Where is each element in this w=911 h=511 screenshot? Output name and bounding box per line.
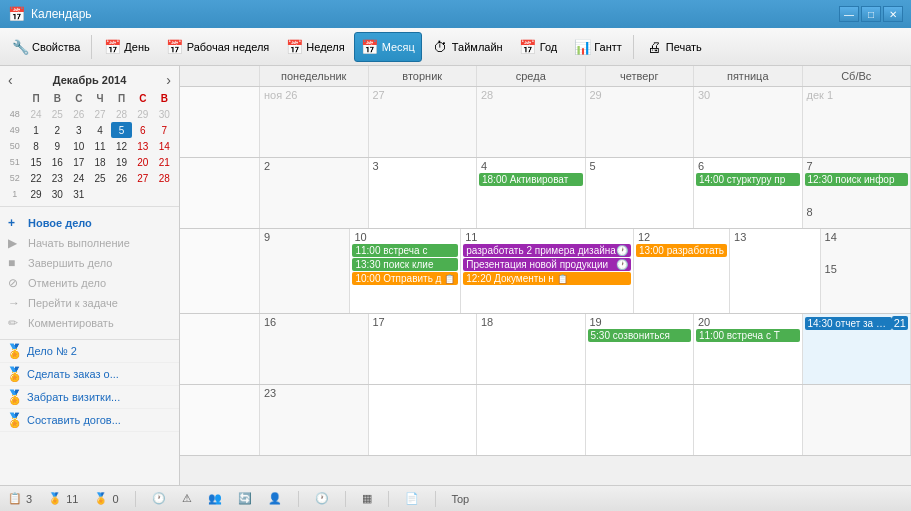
day-dec17[interactable]: 17 [369, 314, 478, 384]
mini-cal-day[interactable]: 3 [68, 122, 89, 138]
mini-cal-day[interactable]: 5 [111, 122, 132, 138]
event-dec21-1[interactable]: 14:30 отчет за нед [805, 317, 892, 330]
mini-cal-day[interactable]: 25 [89, 170, 110, 186]
timeline-button[interactable]: ⏱ Таймлайн [424, 32, 510, 62]
mini-cal-day[interactable] [111, 186, 132, 202]
day-dec28[interactable] [803, 385, 912, 455]
event-dec7-1[interactable]: 12:30 поиск инфор [805, 173, 909, 186]
day-dec21[interactable]: 21 14:30 отчет за нед [803, 314, 912, 384]
mini-cal-day[interactable]: 14 [154, 138, 175, 154]
day-dec12[interactable]: 12 13:00 разработать [634, 229, 730, 313]
day-dec23[interactable]: 23 [260, 385, 369, 455]
new-task-action[interactable]: + Новое дело [4, 213, 175, 233]
status-grid[interactable]: ▦ [362, 492, 372, 505]
mini-cal-day[interactable]: 21 [154, 154, 175, 170]
workweek-button[interactable]: 📅 Рабочая неделя [159, 32, 277, 62]
status-clock2[interactable]: 🕐 [315, 492, 329, 505]
mini-cal-day[interactable]: 20 [132, 154, 153, 170]
task-item-2[interactable]: 🏅 Сделать заказ о... [0, 363, 179, 386]
day-button[interactable]: 📅 День [96, 32, 156, 62]
mini-cal-day[interactable]: 18 [89, 154, 110, 170]
event-dec4-1[interactable]: 18:00 Активироват [479, 173, 583, 186]
day-dec3[interactable]: 3 [369, 158, 478, 228]
event-dec20-1[interactable]: 11:00 встреча с Т [696, 329, 800, 342]
mini-cal-day[interactable]: 12 [111, 138, 132, 154]
status-sync[interactable]: 🔄 [238, 492, 252, 505]
day-dec7-8[interactable]: 7 12:30 поиск инфор 8 [803, 158, 912, 228]
mini-cal-day[interactable]: 30 [47, 186, 68, 202]
day-dec20[interactable]: 20 11:00 встреча с Т [694, 314, 803, 384]
mini-cal-day[interactable]: 27 [132, 170, 153, 186]
day-nov26[interactable]: ноя 26 [260, 87, 369, 157]
day-dec18[interactable]: 18 [477, 314, 586, 384]
mini-cal-day[interactable]: 29 [132, 106, 153, 122]
day-dec19[interactable]: 19 5:30 созвониться [586, 314, 695, 384]
event-dec12-1[interactable]: 13:00 разработать [636, 244, 727, 257]
mini-cal-day[interactable]: 30 [154, 106, 175, 122]
mini-cal-day[interactable]: 13 [132, 138, 153, 154]
status-users[interactable]: 👥 [208, 492, 222, 505]
mini-cal-day[interactable]: 9 [47, 138, 68, 154]
mini-cal-day[interactable]: 4 [89, 122, 110, 138]
day-dec11[interactable]: 11 разработать 2 примера дизайна 🕐 Презе… [461, 229, 634, 313]
mini-cal-day[interactable]: 31 [68, 186, 89, 202]
mini-cal-day[interactable]: 28 [154, 170, 175, 186]
event-dec10-2[interactable]: 13:30 поиск клие [352, 258, 458, 271]
mini-cal-day[interactable]: 29 [25, 186, 46, 202]
mini-cal-day[interactable]: 8 [25, 138, 46, 154]
status-warn[interactable]: ⚠ [182, 492, 192, 505]
day-nov30[interactable]: 30 [694, 87, 803, 157]
mini-cal-day[interactable]: 28 [111, 106, 132, 122]
next-month-button[interactable]: › [162, 72, 175, 88]
day-dec14-15[interactable]: 14 15 [821, 229, 911, 313]
event-dec19-1[interactable]: 5:30 созвониться [588, 329, 692, 342]
mini-cal-day[interactable]: 15 [25, 154, 46, 170]
mini-cal-day[interactable]: 26 [68, 106, 89, 122]
mini-cal-day[interactable]: 16 [47, 154, 68, 170]
status-clock[interactable]: 🕐 [152, 492, 166, 505]
mini-cal-day[interactable] [154, 186, 175, 202]
properties-button[interactable]: 🔧 Свойства [4, 32, 87, 62]
day-dec24[interactable] [369, 385, 478, 455]
close-button[interactable]: ✕ [883, 6, 903, 22]
mini-cal-day[interactable]: 19 [111, 154, 132, 170]
mini-cal-day[interactable] [132, 186, 153, 202]
status-top[interactable]: Top [452, 493, 470, 505]
event-dec11-span2[interactable]: Презентация новой продукции 🕐 [463, 258, 631, 271]
mini-cal-day[interactable] [89, 186, 110, 202]
mini-cal-day[interactable]: 23 [47, 170, 68, 186]
task-item-4[interactable]: 🏅 Составить догов... [0, 409, 179, 432]
mini-cal-day[interactable]: 11 [89, 138, 110, 154]
mini-cal-day[interactable]: 2 [47, 122, 68, 138]
finish-task-action[interactable]: ■ Завершить дело [4, 253, 175, 273]
prev-month-button[interactable]: ‹ [4, 72, 17, 88]
day-dec16[interactable]: 16 [260, 314, 369, 384]
day-dec2[interactable]: 2 [260, 158, 369, 228]
minimize-button[interactable]: — [839, 6, 859, 22]
day-dec10[interactable]: 10 11:00 встреча с 13:30 поиск клие 10:0… [350, 229, 461, 313]
mini-cal-day[interactable]: 26 [111, 170, 132, 186]
mini-cal-day[interactable]: 27 [89, 106, 110, 122]
day-nov27[interactable]: 27 [369, 87, 478, 157]
day-nov29[interactable]: 29 [586, 87, 695, 157]
day-dec9[interactable]: 9 [260, 229, 350, 313]
day-dec25[interactable] [477, 385, 586, 455]
day-dec6[interactable]: 6 14:00 стуркту­ру пр [694, 158, 803, 228]
mini-cal-day[interactable]: 22 [25, 170, 46, 186]
day-nov28[interactable]: 28 [477, 87, 586, 157]
day-dec5[interactable]: 5 [586, 158, 695, 228]
day-dec4[interactable]: 4 18:00 Активироват [477, 158, 586, 228]
event-dec6-1[interactable]: 14:00 стуркту­ру пр [696, 173, 800, 186]
status-user[interactable]: 👤 [268, 492, 282, 505]
mini-cal-day[interactable]: 24 [68, 170, 89, 186]
cancel-task-action[interactable]: ⊘ Отменить дело [4, 273, 175, 293]
mini-cal-day[interactable]: 6 [132, 122, 153, 138]
mini-cal-day[interactable]: 17 [68, 154, 89, 170]
mini-cal-day[interactable]: 24 [25, 106, 46, 122]
event-dec10-3[interactable]: 10:00 Отправить д 📋 [352, 272, 458, 285]
day-dec13[interactable]: 13 [730, 229, 820, 313]
comment-task-action[interactable]: ✏ Комментировать [4, 313, 175, 333]
month-button[interactable]: 📅 Месяц [354, 32, 422, 62]
gantt-button[interactable]: 📊 Гантт [566, 32, 629, 62]
day-dec27[interactable] [694, 385, 803, 455]
